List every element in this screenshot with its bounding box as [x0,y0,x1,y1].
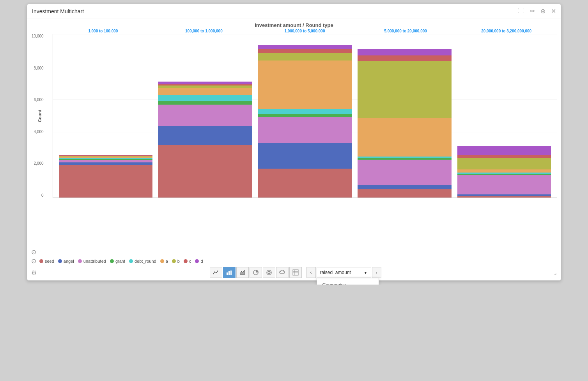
dropdown-item-companies[interactable]: Companies [317,278,379,285]
field-dropdown-button[interactable]: raised_amount ▼ [317,267,371,278]
bar-segment-angel-1 [158,126,252,146]
field-nav-prev-button[interactable]: ‹ [306,267,316,278]
toolbar: ⚙ [27,265,561,280]
chart-area: Investment amount / Round type 1,000 to … [27,18,561,245]
legend-dot-b [172,259,176,263]
bar-segment-a-2 [258,61,352,109]
dropdown-arrow-icon: ▼ [364,271,368,275]
svg-point-6 [269,272,269,273]
y-label-4000: 4,000 [34,130,44,134]
add-icon[interactable]: ⊕ [540,7,545,15]
bar-segment-d-2 [258,45,352,49]
bar-segment-debt-1 [158,95,252,101]
legend-item-c: c [184,259,191,263]
bar-segment-seed-1 [158,145,252,198]
svg-rect-2 [230,271,232,275]
edit-icon[interactable]: ✏ [530,7,535,15]
legend-item-seed: seed [39,259,54,263]
bar-stack-1 [158,82,252,198]
legend-dot-d [195,259,199,263]
chart-title: Investment amount / Round type [31,22,557,28]
legend-item-grant: grant [110,259,125,263]
bar-stack-0 [59,155,152,198]
field-dropdown: raised_amount ▼ Companies Currency raise… [317,267,371,278]
legend-label-a: a [166,259,168,263]
y-axis-title: Count [37,110,42,122]
field-nav-next-button[interactable]: › [372,267,381,278]
legend-item-a: a [160,259,168,263]
settings-icon[interactable]: ⚙ [31,269,37,276]
bar-stack-3 [358,49,451,198]
svg-rect-0 [227,272,228,275]
x-label-4: 20,000,000 to 3,200,000,000 [456,29,557,33]
main-window: Investment Multichart ⛶ ✏ ⊕ ✕ Investment… [27,4,561,281]
close-icon[interactable]: ✕ [551,7,556,15]
window-title: Investment Multichart [32,8,84,14]
legend-label-b: b [177,259,180,263]
chart-type-bar-button[interactable] [223,267,236,278]
x-label-0: 1,000 to 100,000 [53,29,154,33]
legend-label-debt-round: debt_round [135,259,156,263]
svg-rect-1 [228,271,230,275]
bar-segment-b-3 [358,61,451,118]
legend-item-d: d [195,259,203,263]
legend-area: ⊙ ⊙ seed angel unattributed grant de [27,245,561,265]
bar-segment-seed-4 [457,196,551,198]
legend-label-d: d [200,259,203,263]
x-label-2: 1,000,000 to 5,000,000 [254,29,355,33]
bar-stack-4 [457,145,551,198]
bar-segment-grant-2 [258,114,352,117]
legend-dot-c [184,259,188,263]
bar-segment-angel-3 [358,185,451,189]
fullscreen-icon[interactable]: ⛶ [518,7,524,15]
selected-field-label: raised_amount [320,270,351,275]
chart-type-target-button[interactable] [263,267,275,278]
legend-dot-angel [58,259,62,263]
chart-type-pie-button[interactable] [250,267,262,278]
legend-item-angel: angel [58,259,74,263]
svg-rect-7 [293,270,298,275]
chart-type-line-button[interactable] [210,267,222,278]
y-label-8000: 8,000 [34,66,44,70]
legend-label-grant: grant [115,259,125,263]
legend-label-c: c [189,259,191,263]
bar-segment-d-4 [457,146,551,155]
legend-label-unattributed: unattributed [83,259,106,263]
bar-segment-seed-3 [358,189,451,198]
bar-group-3 [358,34,451,198]
bar-segment-unattributed-4 [457,175,551,194]
bar-segment-a-1 [158,88,252,95]
bar-group-4 [457,34,551,198]
bar-segment-debt-2 [258,109,352,114]
y-label-2000: 2,000 [34,161,44,166]
bar-segment-seed-0 [59,165,152,198]
bar-segment-angel-2 [258,143,352,169]
y-label-10000: 10,000 [32,34,44,38]
legend-dot-seed [39,259,43,263]
bar-group-0 [59,34,152,198]
legend-row: ⊙ seed angel unattributed grant debt_rou… [31,257,557,265]
bar-segment-b-2 [258,53,352,61]
legend-label-angel: angel [64,259,74,263]
legend-collapse-icon[interactable]: ⊙ [31,248,36,256]
bar-segment-unattributed-2 [258,117,352,143]
y-label-6000: 6,000 [34,98,44,102]
bar-group-1 [158,34,252,198]
chart-type-area-button[interactable] [236,267,249,278]
legend-expand-icon[interactable]: ⊙ [31,257,36,265]
title-bar-actions: ⛶ ✏ ⊕ ✕ [518,7,556,15]
x-label-1: 100,000 to 1,000,000 [154,29,255,33]
x-axis-top-labels: 1,000 to 100,000 100,000 to 1,000,000 1,… [53,29,557,33]
legend-dot-grant [110,259,114,263]
legend-dot-unattributed [78,259,82,263]
bar-segment-d-3 [358,49,451,55]
chart-type-cloud-button[interactable] [276,267,289,278]
resize-handle[interactable]: ⌟ [554,269,557,276]
bar-group-2 [258,34,352,198]
field-selector: ‹ raised_amount ▼ Companies Currency rai… [306,267,381,278]
legend-item-debt-round: debt_round [129,259,156,263]
legend-item-b: b [172,259,180,263]
chart-type-table-button[interactable] [289,267,302,278]
bar-segment-a-3 [358,118,451,157]
bar-stack-2 [258,45,352,198]
